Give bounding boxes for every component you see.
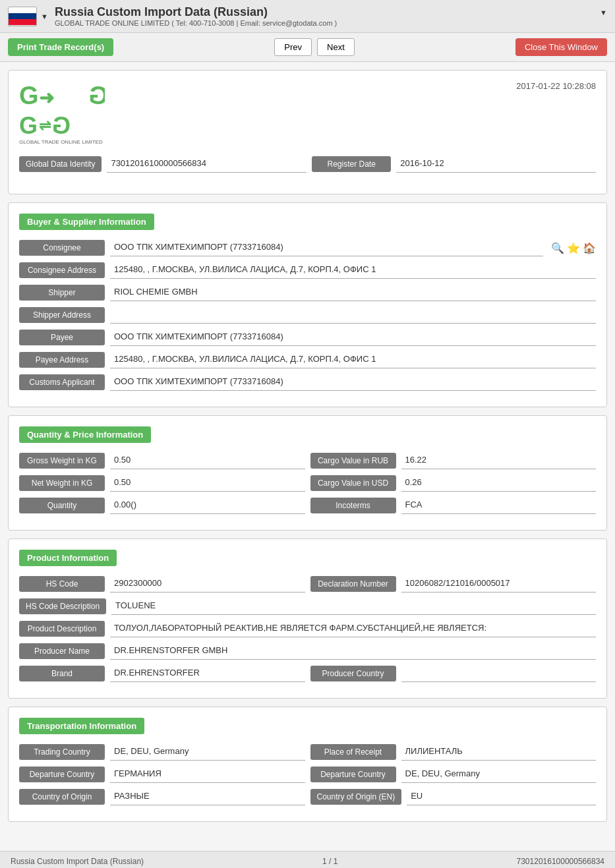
toolbar: Print Trade Record(s) Prev Next Close Th… — [0, 33, 615, 62]
register-date-label: Register Date — [312, 156, 391, 172]
shipper-address-value — [110, 306, 596, 324]
print-button[interactable]: Print Trade Record(s) — [8, 38, 113, 56]
home-icon[interactable]: 🏠 — [583, 242, 596, 254]
global-data-identity-value: 73012016100000566834 — [107, 156, 307, 173]
shipper-label: Shipper — [19, 285, 105, 301]
shipper-address-label: Shipper Address — [19, 307, 105, 323]
buyer-supplier-title: Buyer & Supplier Information — [19, 214, 154, 230]
country-of-origin-row: Country of Origin РАЗНЫЕ Country of Orig… — [19, 788, 596, 805]
global-data-identity-label: Global Data Identity — [19, 156, 102, 172]
star-icon[interactable]: ⭐ — [567, 242, 580, 254]
product-section: Product Information HS Code 2902300000 D… — [8, 538, 607, 699]
search-icon[interactable]: 🔍 — [551, 242, 564, 254]
brand-producer-country-row: Brand DR.EHRENSTORFER Producer Country — [19, 665, 596, 682]
next-button[interactable]: Next — [317, 38, 355, 56]
customs-applicant-row: Customs Applicant ООО ТПК ХИМТЕХИМПОРТ (… — [19, 374, 596, 391]
brand-value: DR.EHRENSTORFER — [110, 665, 305, 682]
cargo-value-usd-value: 0.26 — [401, 475, 597, 492]
hs-code-desc-label: HS Code Description — [19, 598, 106, 614]
country-of-origin-en-label: Country of Origin (EN) — [310, 789, 402, 805]
place-of-receipt-value: ЛИЛИЕНТАЛЬ — [401, 743, 597, 761]
svg-text:G: G — [88, 82, 105, 109]
cargo-value-rub-label: Cargo Value in RUB — [310, 453, 396, 469]
flag-dropdown[interactable]: ▼ — [41, 13, 48, 20]
footer-bar: Russia Custom Import Data (Russian) 1 / … — [0, 851, 615, 868]
shipper-row: Shipper RIOL CHEMIE GMBH — [19, 284, 596, 301]
payee-address-label: Payee Address — [19, 352, 105, 368]
country-of-origin-value: РАЗНЫЕ — [110, 788, 305, 805]
record-header: G ➜ G G ⇌ G GLOBAL TRADE ONLINE LIMITED … — [19, 81, 596, 145]
producer-name-value: DR.EHRENSTORFER GMBH — [110, 643, 596, 660]
producer-name-label: Producer Name — [19, 643, 105, 659]
app-subtitle: GLOBAL TRADE ONLINE LIMITED ( Tel: 400-7… — [55, 19, 607, 27]
prev-button[interactable]: Prev — [274, 38, 312, 56]
cargo-value-rub-value: 16.22 — [401, 452, 597, 469]
logo-g-right: G — [52, 114, 71, 138]
buyer-supplier-section: Buyer & Supplier Information Consignee О… — [8, 202, 607, 407]
declaration-number-label: Declaration Number — [310, 576, 396, 592]
quantity-value: 0.00() — [110, 497, 305, 514]
trading-country-label: Trading Country — [19, 744, 105, 760]
consignee-address-row: Consignee Address 125480, , Г.МОСКВА, УЛ… — [19, 262, 596, 279]
cargo-value-usd-label: Cargo Value in USD — [310, 475, 396, 491]
departure-country-value: ГЕРМАНИЯ — [110, 766, 305, 783]
gross-weight-value: 0.50 — [110, 452, 305, 469]
flag-icon — [8, 7, 37, 26]
logo-svg: G ➜ G — [19, 81, 105, 114]
hs-code-row: HS Code 2902300000 Declaration Number 10… — [19, 575, 596, 593]
transportation-section: Transportation Information Trading Count… — [8, 707, 607, 822]
hs-code-desc-row: HS Code Description TOLUENE — [19, 598, 596, 615]
shipper-address-row: Shipper Address — [19, 306, 596, 324]
customs-applicant-label: Customs Applicant — [19, 374, 105, 390]
trading-country-row: Trading Country DE, DEU, Germany Place o… — [19, 743, 596, 761]
declaration-number-value: 10206082/121016/0005017 — [401, 575, 597, 593]
footer-left: Russia Custom Import Data (Russian) — [11, 857, 144, 866]
producer-country-label: Producer Country — [310, 666, 396, 681]
svg-text:➜: ➜ — [39, 88, 54, 108]
record-timestamp: 2017-01-22 10:28:08 — [516, 81, 596, 91]
departure-country-label: Departure Country — [19, 767, 105, 782]
incoterms-label: Incoterms — [310, 498, 396, 513]
logo-g-left: G — [19, 114, 38, 138]
identity-row: Global Data Identity 7301201610000056683… — [19, 156, 596, 173]
transportation-title: Transportation Information — [19, 718, 144, 734]
net-weight-value: 0.50 — [110, 475, 305, 492]
gross-weight-row: Gross Weight in KG 0.50 Cargo Value in R… — [19, 452, 596, 469]
payee-row: Payee ООО ТПК ХИМТЕХИМПОРТ (7733716084) — [19, 329, 596, 346]
customs-applicant-value: ООО ТПК ХИМТЕХИМПОРТ (7733716084) — [110, 374, 596, 391]
quantity-price-section: Quantity & Price Information Gross Weigh… — [8, 415, 607, 531]
title-dropdown[interactable]: ▼ — [600, 9, 607, 16]
title-area: Russia Custom Import Data (Russian) ▼ GL… — [55, 5, 607, 27]
place-of-receipt-label: Place of Receipt — [310, 744, 396, 760]
departure-country-en-value: DE, DEU, Germany — [401, 766, 597, 783]
consignee-address-label: Consignee Address — [19, 262, 105, 278]
departure-country-en-label: Departure Country — [310, 767, 396, 782]
product-title: Product Information — [19, 550, 117, 566]
payee-address-value: 125480, , Г.МОСКВА, УЛ.ВИЛИСА ЛАЦИСА, Д.… — [110, 351, 596, 368]
net-weight-label: Net Weight in KG — [19, 475, 105, 491]
country-of-origin-en-value: EU — [407, 788, 596, 805]
product-desc-value: ТОЛУОЛ,ЛАБОРАТОРНЫЙ РЕАКТИВ,НЕ ЯВЛЯЕТСЯ … — [110, 620, 596, 637]
consignee-value: ООО ТПК ХИМТЕХИМПОРТ (7733716084) — [110, 239, 543, 256]
consignee-label: Consignee — [19, 240, 105, 256]
logo-area: G ➜ G G ⇌ G GLOBAL TRADE ONLINE LIMITED — [19, 81, 105, 145]
close-window-button[interactable]: Close This Window — [515, 38, 607, 56]
app-title: Russia Custom Import Data (Russian) — [55, 5, 596, 19]
logo-company-text: GLOBAL TRADE ONLINE LIMITED — [19, 139, 103, 145]
payee-address-row: Payee Address 125480, , Г.МОСКВА, УЛ.ВИЛ… — [19, 351, 596, 368]
gross-weight-label: Gross Weight in KG — [19, 453, 105, 469]
hs-code-desc-value: TOLUENE — [111, 598, 596, 615]
logo-text-area: G ⇌ G — [19, 114, 71, 138]
brand-label: Brand — [19, 666, 105, 681]
top-bar: ▼ Russia Custom Import Data (Russian) ▼ … — [0, 0, 615, 33]
quantity-incoterms-row: Quantity 0.00() Incoterms FCA — [19, 497, 596, 514]
incoterms-value: FCA — [401, 497, 597, 514]
country-of-origin-label: Country of Origin — [19, 789, 105, 805]
product-desc-label: Product Description — [19, 621, 105, 637]
record-header-card: G ➜ G G ⇌ G GLOBAL TRADE ONLINE LIMITED … — [8, 70, 607, 194]
producer-name-row: Producer Name DR.EHRENSTORFER GMBH — [19, 643, 596, 660]
logo-arrow: ⇌ — [39, 119, 51, 133]
quantity-label: Quantity — [19, 498, 105, 513]
consignee-icons: 🔍 ⭐ 🏠 — [551, 242, 596, 254]
payee-value: ООО ТПК ХИМТЕХИМПОРТ (7733716084) — [110, 329, 596, 346]
